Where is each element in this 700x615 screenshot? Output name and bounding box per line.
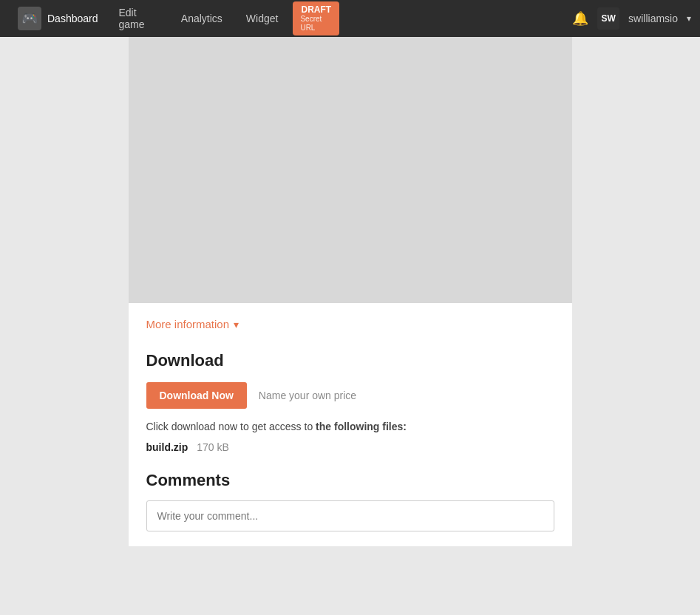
download-now-button[interactable]: Download Now [146, 382, 247, 409]
brand-link[interactable]: 🎮 Dashboard [9, 7, 107, 30]
brand-label: Dashboard [47, 13, 98, 24]
comments-section: Comments [146, 471, 554, 531]
nav-link-analytics[interactable]: Analytics [169, 0, 234, 37]
download-description: Click download now to get access to the … [146, 421, 554, 432]
brand-icon: 🎮 [18, 7, 41, 30]
draft-label: DRAFT [302, 4, 332, 15]
username-label[interactable]: swilliamsio [628, 13, 678, 24]
user-avatar[interactable]: SW [597, 7, 619, 30]
secret-url-label: Secret URL [300, 15, 332, 33]
page-body: More information ▾ Download Download Now… [0, 37, 700, 615]
chevron-down-icon[interactable]: ▾ [687, 13, 691, 24]
nav-link-widget[interactable]: Widget [234, 0, 290, 37]
notification-bell-icon[interactable]: 🔔 [572, 10, 588, 27]
comment-input[interactable] [146, 500, 554, 531]
download-actions: Download Now Name your own price [146, 382, 554, 409]
nav-link-edit-game[interactable]: Edit game [107, 0, 169, 37]
info-panel: More information ▾ Download Download Now… [129, 303, 572, 546]
user-initials: SW [601, 13, 615, 24]
file-row: build.zip 170 kB [146, 441, 554, 453]
download-section: Download Download Now Name your own pric… [146, 351, 554, 453]
nav-right: 🔔 SW swilliamsio ▾ [572, 7, 691, 30]
draft-badge[interactable]: DRAFT Secret URL [293, 1, 339, 35]
file-size: 170 kB [197, 441, 229, 453]
more-information-label: More information [146, 318, 230, 330]
file-name: build.zip [146, 441, 188, 453]
navbar: 🎮 Dashboard Edit game Analytics Widget D… [0, 0, 700, 37]
nav-links: Edit game Analytics Widget DRAFT Secret … [107, 0, 340, 37]
more-information-link[interactable]: More information ▾ [146, 318, 554, 330]
download-title: Download [146, 351, 554, 370]
name-your-price-label[interactable]: Name your own price [259, 390, 356, 401]
download-description-prefix: Click download now to get access to [146, 421, 316, 432]
comments-title: Comments [146, 471, 554, 490]
game-preview [129, 37, 572, 303]
download-description-bold: the following files: [316, 421, 407, 432]
more-information-chevron: ▾ [234, 319, 239, 330]
content-wrapper: More information ▾ Download Download Now… [129, 37, 572, 615]
